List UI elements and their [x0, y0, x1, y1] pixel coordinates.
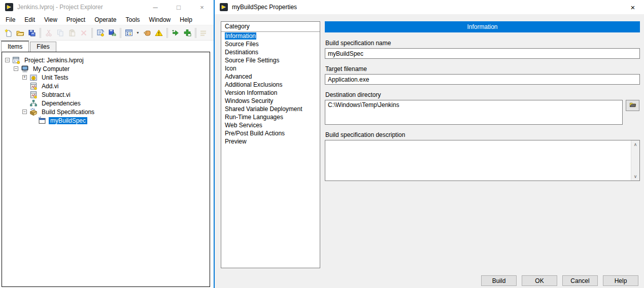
category-label: Information: [225, 32, 256, 40]
category-shared-variable-deployment[interactable]: Shared Variable Deployment: [221, 105, 320, 113]
tree-item-label: myBuildSpec: [49, 117, 87, 124]
tree-item-project-jenkins-lvproj[interactable]: −Project: Jenkins.lvproj: [2, 56, 210, 64]
warning-icon[interactable]: [154, 28, 163, 38]
target-filename-label: Target filename: [325, 65, 640, 73]
category-run-time-languages[interactable]: Run-Time Languages: [221, 113, 320, 121]
save-hierarchy-icon[interactable]: [108, 28, 117, 38]
add-target-icon[interactable]: [183, 28, 192, 38]
labview-logo-icon: [220, 3, 228, 11]
scroll-up-icon[interactable]: ∧: [631, 140, 640, 149]
toolbar-group: [42, 28, 91, 38]
menu-tools[interactable]: Tools: [121, 15, 145, 25]
tab-items[interactable]: Items: [1, 41, 29, 52]
menu-window[interactable]: Window: [145, 15, 176, 25]
tab-files[interactable]: Files: [30, 42, 56, 52]
category-label: Shared Variable Deployment: [225, 105, 302, 113]
tree-connector: [22, 92, 27, 97]
category-pre-post-build-actions[interactable]: Pre/Post Build Actions: [221, 129, 320, 137]
dependencies-icon: [29, 99, 38, 107]
tree-item-mybuildspec[interactable]: myBuildSpec: [2, 116, 210, 125]
tree-item-build-specifications[interactable]: −Build Specifications: [2, 107, 210, 116]
close-icon[interactable]: ×: [190, 0, 214, 14]
category-windows-security[interactable]: Windows Security: [221, 97, 320, 105]
tree-item-unit-tests[interactable]: +Unit Tests: [2, 73, 210, 82]
explorer-window-controls: ─ □ ×: [144, 0, 214, 14]
expander-minus-icon[interactable]: −: [22, 110, 27, 114]
menu-project[interactable]: Project: [62, 15, 90, 25]
build-button[interactable]: Build: [481, 275, 517, 286]
build-spec-item-icon: [38, 117, 46, 125]
minimize-icon[interactable]: ─: [144, 0, 167, 14]
help-button[interactable]: Help: [603, 275, 638, 286]
paste-icon: [67, 28, 77, 38]
build-spec-name-input[interactable]: [325, 48, 640, 59]
menu-edit[interactable]: Edit: [20, 15, 40, 25]
menu-operate[interactable]: Operate: [90, 15, 121, 25]
toolbar-group: ▼: [122, 28, 166, 38]
toolbar-separator: [40, 28, 41, 38]
category-source-file-settings[interactable]: Source File Settings: [221, 56, 320, 64]
tree-item-label: Dependencies: [40, 100, 82, 107]
category-icon[interactable]: Icon: [221, 64, 320, 73]
chevron-down-icon[interactable]: ▼: [136, 31, 140, 34]
window-view-icon[interactable]: [124, 28, 133, 38]
expander-plus-icon[interactable]: +: [22, 75, 27, 80]
destination-directory-input[interactable]: C:\Windows\Temp\Jenkins: [325, 100, 623, 125]
category-additional-exclusions[interactable]: Additional Exclusions: [221, 81, 320, 89]
cancel-button[interactable]: Cancel: [562, 275, 598, 286]
tree-item-add-vi[interactable]: Add.vi: [2, 82, 210, 90]
category-items: InformationSource FilesDestinationsSourc…: [221, 32, 320, 146]
category-label: Run-Time Languages: [225, 114, 283, 121]
scroll-down-icon[interactable]: ∨: [631, 172, 640, 181]
category-advanced[interactable]: Advanced: [221, 73, 320, 81]
category-preview[interactable]: Preview: [221, 137, 320, 146]
cut-icon: [44, 28, 53, 38]
hand-tool-icon[interactable]: [143, 28, 152, 38]
explorer-menubar: FileEditViewProjectOperateToolsWindowHel…: [0, 14, 214, 25]
tree-item-my-computer[interactable]: −My Computer: [2, 64, 210, 73]
save-all-icon[interactable]: [27, 28, 37, 38]
dialog-title: myBuildSpec Properties: [232, 4, 297, 11]
page-banner: Information: [325, 21, 640, 32]
toolbar-group: [93, 28, 119, 38]
menu-file[interactable]: File: [1, 15, 20, 25]
category-destinations[interactable]: Destinations: [221, 48, 320, 56]
maximize-icon[interactable]: □: [167, 0, 190, 14]
description-scrollbar[interactable]: ∧ ∨: [631, 140, 639, 181]
unit-tests-icon: [29, 74, 38, 82]
explorer-tabbar: ItemsFiles: [0, 41, 214, 52]
expander-minus-icon[interactable]: −: [5, 58, 10, 62]
toolbar-separator: [120, 28, 121, 38]
expander-minus-icon[interactable]: −: [14, 66, 18, 71]
tree-item-subtract-vi[interactable]: Subtract.vi: [2, 90, 210, 99]
toolbar-separator: [195, 28, 196, 38]
category-version-information[interactable]: Version Information: [221, 89, 320, 97]
tree-connector: [22, 101, 27, 105]
build-spec-name-label: Build specification name: [325, 40, 640, 47]
build-spec-description-input[interactable]: ∧ ∨: [325, 140, 640, 181]
category-information[interactable]: Information: [221, 32, 320, 40]
menu-view[interactable]: View: [40, 15, 62, 25]
category-web-services[interactable]: Web Services: [221, 121, 320, 129]
tree-item-dependencies[interactable]: Dependencies: [2, 99, 210, 107]
new-file-icon[interactable]: [4, 28, 13, 38]
menu-help[interactable]: Help: [175, 15, 197, 25]
category-list-header: Category: [221, 22, 320, 32]
browse-directory-button[interactable]: [626, 100, 639, 111]
explorer-toolbar: ▼: [0, 25, 214, 41]
target-filename-input[interactable]: [325, 74, 640, 85]
explorer-titlebar[interactable]: Jenkins.lvproj - Project Explorer ─ □ ×: [0, 0, 214, 14]
toolbar-group: [197, 28, 211, 38]
information-page: Information Build specification name Tar…: [325, 21, 640, 181]
more-icon: [199, 28, 209, 38]
labview-logo-icon: [5, 3, 13, 11]
add-item-icon[interactable]: [171, 28, 180, 38]
open-folder-icon[interactable]: [16, 28, 25, 38]
dialog-titlebar[interactable]: myBuildSpec Properties ×: [215, 0, 644, 14]
vi-icon: [29, 91, 38, 99]
destination-directory-row: C:\Windows\Temp\Jenkins: [325, 100, 640, 125]
category-source-files[interactable]: Source Files: [221, 40, 320, 48]
close-icon[interactable]: ×: [622, 0, 644, 14]
export-hierarchy-icon[interactable]: [96, 28, 105, 38]
ok-button[interactable]: OK: [522, 275, 557, 286]
